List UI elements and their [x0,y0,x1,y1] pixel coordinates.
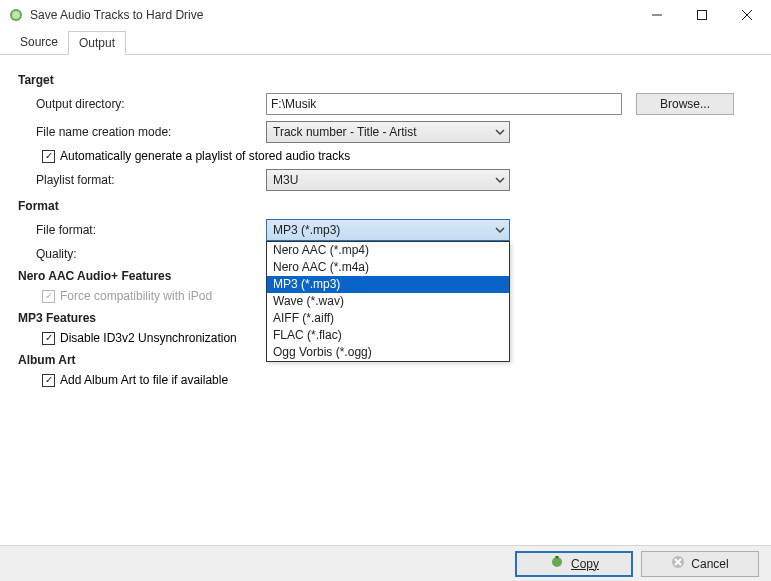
id3-unsync-label: Disable ID3v2 Unsynchronization [60,331,237,345]
svg-rect-3 [697,11,706,20]
album-art-checkbox[interactable]: ✓ [42,374,55,387]
file-format-option[interactable]: Ogg Vorbis (*.ogg) [267,344,509,361]
tab-source[interactable]: Source [10,31,68,55]
quality-label: Quality: [36,247,266,261]
id3-unsync-checkbox[interactable]: ✓ [42,332,55,345]
chevron-down-icon [495,126,505,140]
section-target: Target [18,73,753,87]
ipod-compat-checkbox: ✓ [42,290,55,303]
playlist-format-value: M3U [273,173,298,187]
section-format: Format [18,199,753,213]
window-title: Save Audio Tracks to Hard Drive [30,8,634,22]
playlist-format-label: Playlist format: [36,173,266,187]
copy-label: Copy [571,557,599,571]
maximize-button[interactable] [679,1,724,29]
auto-playlist-label: Automatically generate a playlist of sto… [60,149,350,163]
file-format-option[interactable]: AIFF (*.aiff) [267,310,509,327]
file-format-option[interactable]: Wave (*.wav) [267,293,509,310]
output-directory-input[interactable] [266,93,622,115]
chevron-down-icon [495,174,505,188]
file-name-mode-value: Track number - Title - Artist [273,125,417,139]
file-format-option[interactable]: Nero AAC (*.m4a) [267,259,509,276]
cancel-button[interactable]: Cancel [641,551,759,577]
playlist-format-select[interactable]: M3U [266,169,510,191]
file-name-mode-select[interactable]: Track number - Title - Artist [266,121,510,143]
footer: Copy Cancel [0,545,771,581]
file-format-option[interactable]: Nero AAC (*.mp4) [267,242,509,259]
tab-panel-output: Target Output directory: Browse... File … [0,55,771,539]
tab-output[interactable]: Output [68,31,126,55]
file-name-mode-label: File name creation mode: [36,125,266,139]
copy-icon [549,554,565,573]
copy-button[interactable]: Copy [515,551,633,577]
ipod-compat-label: Force compatibility with iPod [60,289,212,303]
minimize-button[interactable] [634,1,679,29]
file-format-select[interactable]: MP3 (*.mp3) [266,219,510,241]
file-format-value: MP3 (*.mp3) [273,223,340,237]
tabstrip: Source Output [0,30,771,55]
titlebar: Save Audio Tracks to Hard Drive [0,0,771,30]
file-format-dropdown: Nero AAC (*.mp4)Nero AAC (*.m4a)MP3 (*.m… [266,241,510,362]
cancel-icon [671,555,685,572]
app-icon [8,7,24,23]
file-format-option[interactable]: FLAC (*.flac) [267,327,509,344]
close-button[interactable] [724,1,769,29]
cancel-label: Cancel [691,557,728,571]
output-directory-label: Output directory: [36,97,266,111]
chevron-down-icon [495,224,505,238]
file-format-option[interactable]: MP3 (*.mp3) [267,276,509,293]
browse-button[interactable]: Browse... [636,93,734,115]
auto-playlist-checkbox[interactable]: ✓ [42,150,55,163]
album-art-label: Add Album Art to file if available [60,373,228,387]
file-format-label: File format: [36,223,266,237]
svg-rect-1 [12,11,20,19]
